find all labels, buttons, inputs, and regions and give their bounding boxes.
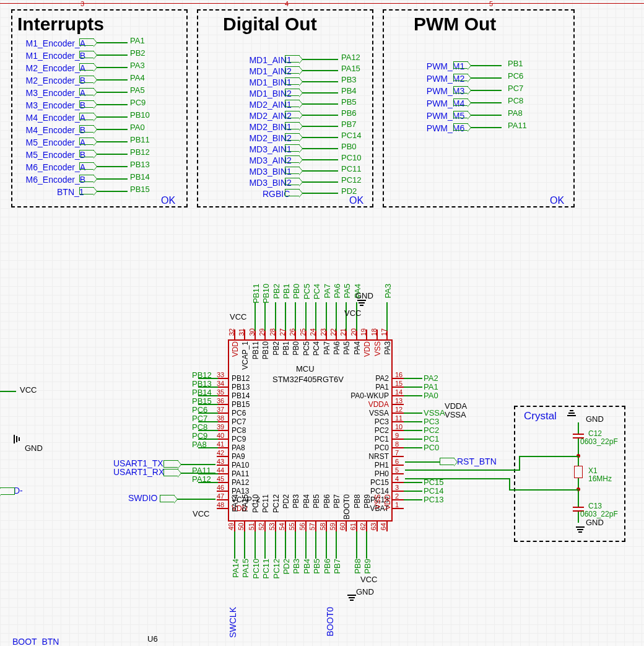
pinname-33: PB12 [232, 374, 250, 383]
net-PD2: PD2 [341, 186, 357, 196]
wire-M6_Encoder_B [97, 178, 128, 180]
botnet-PB6: PB6 [323, 559, 332, 574]
port-label-M5_Encoder_A: M5_Encoder_A [26, 137, 86, 147]
botnet-PC11: PC11 [261, 559, 271, 579]
pinname-57: PB5 [312, 494, 321, 509]
pinname-43: PA10 [232, 461, 249, 469]
rightnet-PA1: PA1 [424, 382, 438, 391]
usart1-rx-port [163, 469, 178, 476]
pinnum-43: 43 [217, 458, 224, 465]
pinname-22: PA6 [333, 341, 341, 355]
ph1-to-xtal-v [519, 456, 520, 471]
pinnum-5: 5 [395, 466, 399, 474]
pinname-14: PA0-WKUP [350, 391, 389, 400]
topwire-PB1 [285, 302, 286, 331]
net-PC7: PC7 [508, 84, 523, 93]
topwire-PC5 [305, 302, 307, 331]
pinname-4: PC15 [370, 478, 389, 487]
botnet-PB5: PB5 [312, 559, 321, 574]
port-shape-M1_Encoder_B [79, 51, 94, 58]
pinname-52: PC11 [261, 494, 270, 513]
pinnum-19: 19 [360, 328, 367, 336]
net-PB11: PB11 [130, 135, 150, 144]
botwire-PB3 [295, 531, 296, 559]
pinnum-53: 53 [268, 523, 276, 530]
port-label-M3_Encoder_A: M3_Encoder_A [26, 88, 86, 98]
wire-PWM_M4 [471, 102, 502, 103]
port-label-M6_Encoder_B: M6_Encoder_B [26, 175, 86, 185]
pinnum-57: 57 [308, 523, 316, 530]
wire-MD2_BIN2 [302, 137, 338, 138]
frag-dminus-port [0, 487, 15, 495]
usart1-rx-wire [180, 473, 215, 474]
leftnet-PB13: PB13 [192, 379, 212, 388]
crystal-gnd2: GND [586, 518, 604, 527]
port-shape-MD2_AIN2 [285, 111, 300, 118]
pinname-35: PB14 [232, 391, 250, 400]
port-shape-PWM_M5 [453, 111, 468, 118]
c13-val: 0603_22pF [580, 510, 618, 518]
wire-M6_Encoder_A [97, 166, 128, 167]
botnet-PB7: PB7 [333, 559, 342, 574]
topwire-PB2 [275, 302, 276, 331]
rightwire-VSSA [404, 412, 422, 414]
rightwire-PA1 [404, 386, 422, 388]
ph1-to-xtal-h2 [519, 456, 579, 457]
net-PB0: PB0 [341, 142, 357, 151]
net-PA15: PA15 [341, 64, 360, 73]
pinnum-2: 2 [395, 492, 399, 500]
pinname-19: VDD [363, 341, 372, 357]
botwire-PA14 [234, 531, 235, 559]
rightwire-PC3 [404, 421, 422, 422]
rightwire-PC14 [404, 491, 422, 492]
port-shape-MD1_BIN1 [285, 77, 300, 85]
ruler-4: 4 [285, 0, 289, 7]
leftnet-PB15: PB15 [192, 396, 212, 406]
pinname-53: PC12 [272, 494, 281, 513]
mcu-vcc-top2: VCC [344, 308, 361, 318]
topnet-PB10: PB10 [261, 284, 271, 303]
pinname-55: PB3 [292, 494, 300, 509]
pinname-7: NRST [368, 452, 389, 461]
botwire-PC11 [264, 531, 266, 559]
pinnum-31: 31 [238, 328, 245, 336]
port-label-M1_Encoder_A: M1_Encoder_A [26, 38, 86, 48]
port-shape-PWM_M2 [453, 74, 468, 81]
net-PB2: PB2 [130, 48, 146, 58]
pinnum-42: 42 [217, 449, 224, 456]
pinnum-3: 3 [395, 484, 399, 491]
topwire-PA7 [326, 302, 327, 331]
interrupts-title: Interrupts [17, 14, 104, 35]
net-PA1: PA1 [130, 36, 145, 45]
net-PC12: PC12 [341, 175, 362, 185]
rightnet-PC14: PC14 [424, 486, 444, 495]
usart1-tx-wire [180, 464, 215, 465]
pinnum-48: 48 [217, 501, 224, 509]
topwire-PA3 [386, 302, 388, 331]
port-shape-MD2_BIN2 [285, 133, 300, 141]
interrupts-ok: OK [161, 195, 175, 206]
xtal-lead3 [578, 478, 579, 507]
wire-PWM_M3 [471, 90, 502, 91]
topwire-PB10 [264, 302, 266, 331]
pinname-30: PB11 [251, 341, 260, 359]
wire-M4_Encoder_B [97, 129, 128, 130]
pinname-51: PC10 [251, 494, 260, 513]
port-shape-MD2_AIN1 [285, 100, 300, 107]
pinname-31: VCAP_1 [241, 341, 250, 370]
pinnum-11: 11 [395, 414, 402, 422]
wire-M2_Encoder_A [97, 67, 128, 68]
net-PC8: PC8 [508, 96, 523, 105]
x1-val: 16MHz [588, 474, 612, 483]
c12-val: 0603_22pF [580, 437, 618, 446]
leftnet-PC8: PC8 [192, 422, 207, 432]
net-PB6: PB6 [341, 108, 357, 118]
topnet-PB1: PB1 [282, 284, 291, 299]
pinname-26: PB0 [292, 341, 300, 356]
pinnum-15: 15 [395, 380, 402, 387]
botnet-PB4: PB4 [302, 559, 311, 574]
frag-dminus: D- [14, 486, 23, 495]
ruler-5: 5 [489, 0, 493, 7]
swdio-port [160, 495, 175, 502]
port-label-M6_Encoder_A: M6_Encoder_A [26, 162, 86, 172]
